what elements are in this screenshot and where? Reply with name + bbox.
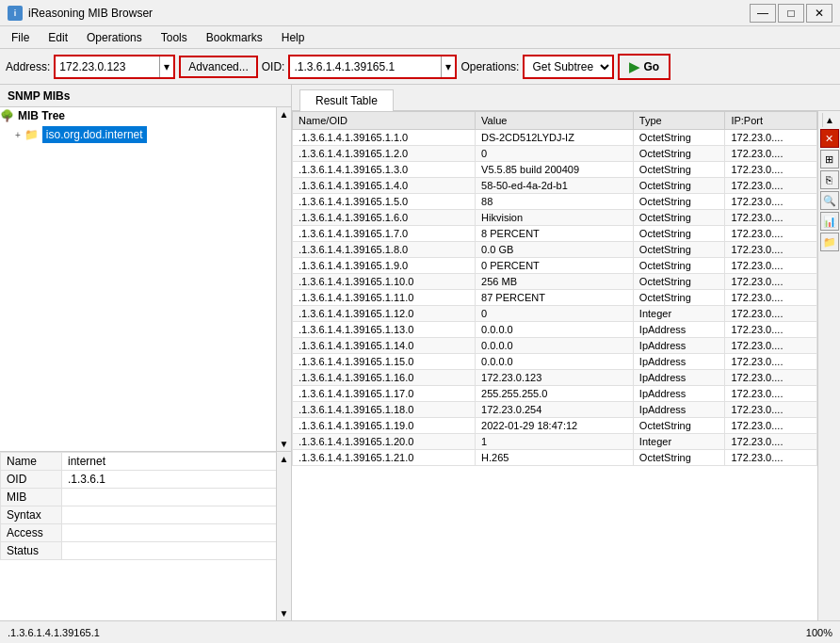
cell-ip: 172.23.0.... (725, 306, 817, 322)
props-scrollbar[interactable]: ▲ ▼ (276, 452, 291, 620)
status-right: 100% (806, 627, 832, 638)
table-row[interactable]: .1.3.6.1.4.1.39165.1.19.0 2022-01-29 18:… (293, 418, 817, 434)
table-row[interactable]: .1.3.6.1.4.1.39165.1.17.0 255.255.255.0 … (293, 386, 817, 402)
table-row[interactable]: .1.3.6.1.4.1.39165.1.8.0 0.0 GB OctetStr… (293, 242, 817, 258)
props-row: Nameinternet (1, 453, 291, 471)
table-row[interactable]: .1.3.6.1.4.1.39165.1.13.0 0.0.0.0 IpAddr… (293, 322, 817, 338)
result-tab-bar: Result Table (292, 85, 840, 111)
scrollbar-down-arrow[interactable]: ▼ (280, 439, 289, 449)
cell-type: IpAddress (633, 370, 725, 386)
table-row[interactable]: .1.3.6.1.4.1.39165.1.18.0 172.23.0.254 I… (293, 402, 817, 418)
advanced-button[interactable]: Advanced... (179, 56, 257, 78)
menu-operations[interactable]: Operations (79, 29, 150, 46)
cell-oid: .1.3.6.1.4.1.39165.1.18.0 (293, 402, 476, 418)
title-bar: i iReasoning MIB Browser — □ ✕ (0, 0, 840, 26)
cell-type: IpAddress (633, 322, 725, 338)
go-button[interactable]: ▶ Go (618, 54, 670, 80)
table-row[interactable]: .1.3.6.1.4.1.39165.1.9.0 0 PERCENT Octet… (293, 258, 817, 274)
menu-edit[interactable]: Edit (40, 29, 75, 46)
operations-wrapper: Get Subtree Get Get Next Get Bulk Set Wa… (523, 55, 614, 79)
props-value (62, 506, 291, 524)
stop-button[interactable]: ✕ (820, 129, 839, 148)
table-row[interactable]: .1.3.6.1.4.1.39165.1.7.0 8 PERCENT Octet… (293, 226, 817, 242)
export-icon-button[interactable]: 📊 (820, 212, 839, 231)
expand-icon[interactable]: + (15, 130, 21, 140)
table-row[interactable]: .1.3.6.1.4.1.39165.1.15.0 0.0.0.0 IpAddr… (293, 354, 817, 370)
cell-ip: 172.23.0.... (725, 162, 817, 178)
cell-type: OctetString (633, 194, 725, 210)
close-button[interactable]: ✕ (806, 4, 832, 23)
table-row[interactable]: .1.3.6.1.4.1.39165.1.14.0 0.0.0.0 IpAddr… (293, 338, 817, 354)
table-row[interactable]: .1.3.6.1.4.1.39165.1.20.0 1 Integer 172.… (293, 434, 817, 450)
open-icon-button[interactable]: 📁 (820, 233, 839, 251)
table-icon-button[interactable]: ⊞ (820, 150, 839, 169)
cell-oid: .1.3.6.1.4.1.39165.1.3.0 (293, 162, 476, 178)
table-row[interactable]: .1.3.6.1.4.1.39165.1.11.0 87 PERCENT Oct… (293, 290, 817, 306)
right-panel: Result Table Name/OID Value Type IP:Port… (292, 85, 840, 620)
cell-ip: 172.23.0.... (725, 146, 817, 162)
cell-oid: .1.3.6.1.4.1.39165.1.9.0 (293, 258, 476, 274)
props-key: MIB (1, 489, 62, 506)
address-wrapper: ▾ (54, 55, 175, 79)
menu-bar: File Edit Operations Tools Bookmarks Hel… (0, 26, 840, 49)
cell-value: 2022-01-29 18:47:12 (476, 418, 634, 434)
col-ip-port: IP:Port (725, 112, 817, 130)
cell-value: Hikvision (476, 210, 634, 226)
table-row[interactable]: .1.3.6.1.4.1.39165.1.16.0 172.23.0.123 I… (293, 370, 817, 386)
table-row[interactable]: .1.3.6.1.4.1.39165.1.4.0 58-50-ed-4a-2d-… (293, 178, 817, 194)
menu-tools[interactable]: Tools (153, 29, 195, 46)
cell-oid: .1.3.6.1.4.1.39165.1.10.0 (293, 274, 476, 290)
main-content: SNMP MIBs 🌳 MIB Tree + 📁 iso.org.dod.int… (0, 85, 840, 620)
cell-oid: .1.3.6.1.4.1.39165.1.17.0 (293, 386, 476, 402)
props-row: Syntax (1, 506, 291, 524)
props-value (62, 542, 291, 560)
table-row[interactable]: .1.3.6.1.4.1.39165.1.2.0 0 OctetString 1… (293, 146, 817, 162)
snmp-header: SNMP MIBs (0, 85, 291, 107)
table-row[interactable]: .1.3.6.1.4.1.39165.1.3.0 V5.5.85 build 2… (293, 162, 817, 178)
props-row: Status (1, 542, 291, 560)
cell-type: OctetString (633, 146, 725, 162)
table-body: .1.3.6.1.4.1.39165.1.1.0 DS-2CD512LYDJ-I… (293, 130, 817, 466)
table-row[interactable]: .1.3.6.1.4.1.39165.1.10.0 256 MB OctetSt… (293, 274, 817, 290)
search-icon-button[interactable]: 🔍 (820, 191, 839, 210)
go-label: Go (643, 60, 659, 73)
cell-ip: 172.23.0.... (725, 178, 817, 194)
maximize-button[interactable]: □ (778, 4, 804, 23)
menu-help[interactable]: Help (274, 29, 313, 46)
props-scroll-down[interactable]: ▼ (277, 608, 291, 619)
table-row[interactable]: .1.3.6.1.4.1.39165.1.1.0 DS-2CD512LYDJ-I… (293, 130, 817, 146)
oid-dropdown-arrow[interactable]: ▾ (441, 56, 455, 77)
table-scrollbar[interactable]: ▲ (822, 113, 837, 127)
operations-select[interactable]: Get Subtree Get Get Next Get Bulk Set Wa… (525, 56, 612, 77)
table-row[interactable]: .1.3.6.1.4.1.39165.1.12.0 0 Integer 172.… (293, 306, 817, 322)
cell-ip: 172.23.0.... (725, 386, 817, 402)
cell-type: OctetString (633, 290, 725, 306)
menu-bookmarks[interactable]: Bookmarks (199, 29, 270, 46)
copy-icon-button[interactable]: ⎘ (820, 170, 839, 189)
table-scroll-up[interactable]: ▲ (825, 115, 834, 125)
cell-ip: 172.23.0.... (725, 434, 817, 450)
cell-value: DS-2CD512LYDJ-IZ (476, 130, 634, 146)
cell-oid: .1.3.6.1.4.1.39165.1.20.0 (293, 434, 476, 450)
cell-ip: 172.23.0.... (725, 338, 817, 354)
table-row[interactable]: .1.3.6.1.4.1.39165.1.21.0 H.265 OctetStr… (293, 450, 817, 466)
cell-oid: .1.3.6.1.4.1.39165.1.11.0 (293, 290, 476, 306)
minimize-button[interactable]: — (750, 4, 776, 23)
cell-type: OctetString (633, 162, 725, 178)
scrollbar-up-arrow[interactable]: ▲ (280, 109, 289, 120)
table-row[interactable]: .1.3.6.1.4.1.39165.1.5.0 88 OctetString … (293, 194, 817, 210)
props-scroll-up[interactable]: ▲ (277, 454, 291, 464)
props-value (62, 524, 291, 542)
address-input[interactable] (56, 56, 159, 77)
tree-scrollbar[interactable]: ▲ ▼ (276, 107, 291, 451)
props-value: .1.3.6.1 (62, 471, 291, 489)
tree-node-label[interactable]: iso.org.dod.internet (42, 126, 147, 143)
address-dropdown-arrow[interactable]: ▾ (159, 56, 173, 77)
menu-file[interactable]: File (4, 29, 37, 46)
table-row[interactable]: .1.3.6.1.4.1.39165.1.6.0 Hikvision Octet… (293, 210, 817, 226)
cell-oid: .1.3.6.1.4.1.39165.1.13.0 (293, 322, 476, 338)
tab-result-table[interactable]: Result Table (299, 89, 394, 111)
tree-node-internet[interactable]: + 📁 iso.org.dod.internet (0, 124, 276, 145)
oid-input[interactable] (290, 56, 441, 77)
properties-panel: NameinternetOID.1.3.6.1MIBSyntaxAccessSt… (0, 451, 291, 620)
